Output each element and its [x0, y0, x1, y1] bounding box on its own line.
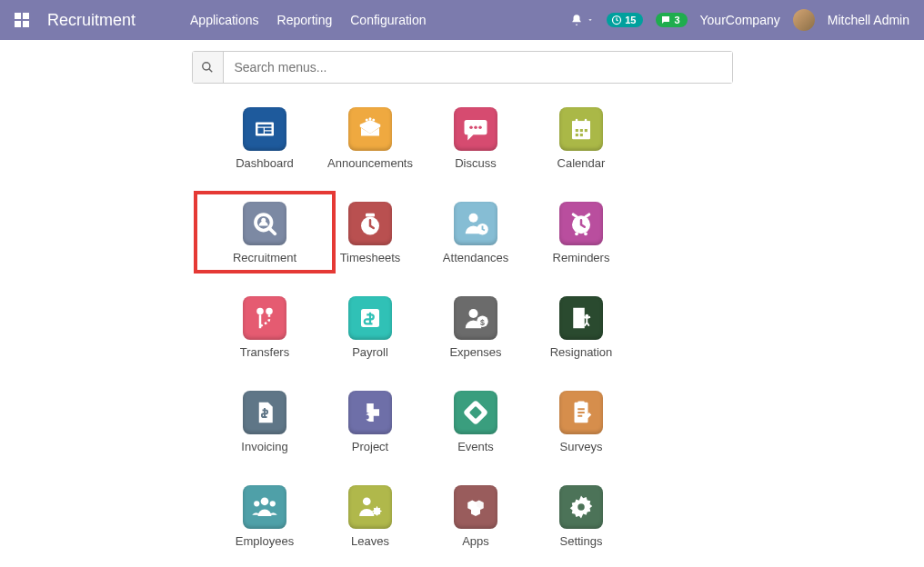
svg-point-46	[270, 501, 276, 506]
app-label: Expenses	[449, 345, 501, 359]
main-header: Recruitment Applications Reporting Confi…	[0, 0, 924, 40]
invoicing-icon	[243, 391, 286, 434]
announcements-icon	[348, 107, 392, 151]
app-events[interactable]: Events	[427, 391, 524, 453]
svg-point-11	[474, 125, 477, 129]
chevron-down-icon	[587, 16, 594, 24]
app-label: Announcements	[327, 156, 413, 170]
reminders-icon	[559, 202, 603, 245]
app-resignation[interactable]: Resignation	[533, 296, 629, 359]
apps-icon	[454, 485, 497, 529]
app-settings[interactable]: Settings	[533, 485, 629, 548]
app-dashboard[interactable]: Dashboard	[216, 107, 313, 170]
bell-icon	[570, 14, 583, 26]
timesheets-icon	[348, 202, 392, 245]
svg-point-10	[469, 125, 473, 129]
svg-rect-3	[258, 124, 272, 127]
discuss-icon	[454, 107, 497, 151]
svg-rect-37	[573, 308, 585, 329]
nav-applications[interactable]: Applications	[190, 13, 259, 27]
leaves-icon	[348, 485, 392, 529]
svg-point-32	[266, 308, 273, 315]
search-container	[0, 40, 924, 94]
notifications-button[interactable]	[570, 14, 594, 26]
app-surveys[interactable]: Surveys	[533, 391, 629, 453]
company-selector[interactable]: YourCompany	[700, 13, 780, 27]
app-leaves[interactable]: Leaves	[322, 485, 418, 548]
svg-rect-6	[265, 132, 272, 134]
app-reminders[interactable]: Reminders	[533, 202, 629, 264]
app-label: Reminders	[553, 251, 610, 264]
app-attendances[interactable]: Attendances	[427, 202, 524, 264]
svg-point-26	[469, 214, 478, 223]
app-invoicing[interactable]: Invoicing	[216, 391, 313, 453]
attendances-icon	[454, 202, 497, 245]
svg-point-1	[203, 63, 210, 70]
svg-point-45	[254, 501, 259, 506]
svg-point-30	[584, 232, 588, 235]
avatar[interactable]	[793, 9, 815, 31]
app-label: Attendances	[443, 251, 508, 264]
app-payroll[interactable]: Payroll	[322, 296, 418, 359]
resignation-icon	[559, 296, 603, 340]
app-label: Discuss	[455, 156, 497, 170]
svg-rect-24	[366, 214, 375, 217]
app-label: Invoicing	[241, 440, 287, 453]
svg-point-47	[363, 497, 371, 505]
payroll-icon	[348, 296, 392, 340]
app-label: Leaves	[351, 534, 389, 548]
search-wrap	[192, 51, 733, 84]
user-menu[interactable]: Mitchell Admin	[828, 13, 909, 27]
app-timesheets[interactable]: Timesheets	[322, 202, 418, 264]
app-project[interactable]: Project	[322, 391, 418, 453]
app-label: Recruitment	[233, 251, 296, 264]
app-expenses[interactable]: $Expenses	[427, 296, 524, 359]
nav-reporting[interactable]: Reporting	[277, 13, 333, 27]
svg-rect-15	[576, 119, 578, 124]
employees-icon	[243, 485, 286, 529]
search-button[interactable]	[193, 52, 224, 83]
app-label: Timesheets	[340, 251, 401, 264]
svg-rect-4	[258, 128, 264, 134]
svg-point-12	[478, 125, 482, 129]
search-input[interactable]	[224, 52, 732, 83]
svg-point-7	[366, 119, 368, 122]
app-title[interactable]: Recruitment	[47, 11, 136, 30]
app-label: Dashboard	[236, 156, 294, 170]
app-label: Settings	[560, 534, 603, 548]
chat-icon	[660, 15, 671, 25]
apps-menu-icon[interactable]	[15, 13, 29, 27]
project-icon	[348, 391, 392, 434]
app-discuss[interactable]: Discuss	[427, 107, 524, 170]
activity-button[interactable]: 15	[607, 13, 643, 27]
app-recruitment[interactable]: Recruitment	[216, 202, 313, 264]
app-announcements[interactable]: Announcements	[322, 107, 418, 170]
search-icon	[201, 61, 214, 74]
calendar-icon	[559, 107, 603, 151]
svg-rect-18	[580, 129, 583, 132]
app-transfers[interactable]: Transfers	[216, 296, 313, 359]
app-employees[interactable]: Employees	[216, 485, 313, 548]
svg-rect-19	[585, 129, 588, 132]
svg-point-44	[261, 497, 269, 505]
discuss-button[interactable]: 3	[656, 13, 687, 27]
discuss-badge-count: 3	[674, 15, 679, 25]
app-calendar[interactable]: Calendar	[533, 107, 629, 170]
svg-rect-14	[572, 121, 590, 125]
apps-grid: DashboardAnnouncementsDiscussCalendarRec…	[189, 107, 735, 548]
svg-rect-17	[576, 129, 578, 132]
clock-icon	[611, 15, 622, 25]
events-icon	[454, 391, 497, 434]
app-apps[interactable]: Apps	[427, 485, 524, 548]
app-label: Transfers	[240, 345, 289, 359]
nav-links: Applications Reporting Configuration	[190, 13, 426, 27]
app-label: Calendar	[557, 156, 606, 170]
svg-point-31	[256, 308, 264, 315]
settings-icon	[559, 485, 603, 529]
svg-rect-21	[580, 134, 583, 136]
nav-configuration[interactable]: Configuration	[350, 13, 426, 27]
svg-rect-20	[576, 134, 578, 136]
app-label: Employees	[236, 534, 294, 548]
recruitment-icon	[243, 202, 286, 245]
app-label: Events	[457, 440, 494, 453]
